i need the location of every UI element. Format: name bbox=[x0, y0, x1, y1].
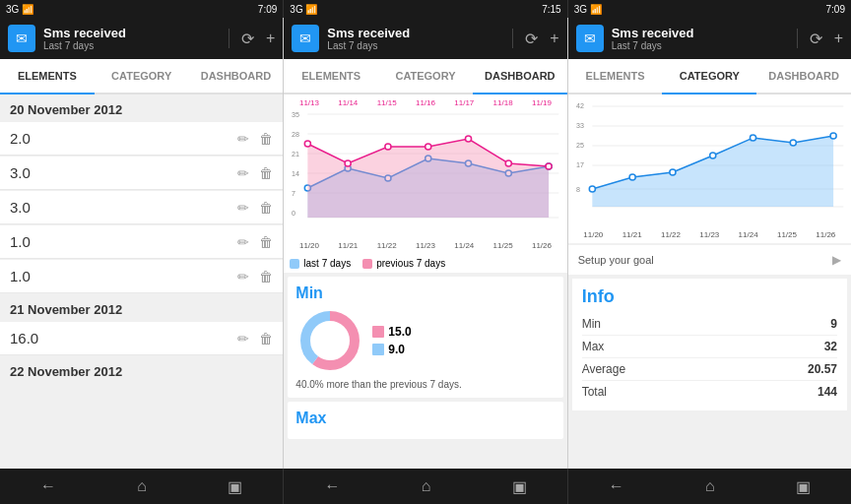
chart-date-top: 11/14 bbox=[338, 98, 358, 107]
svg-point-21 bbox=[305, 141, 311, 147]
edit-btn[interactable]: ✏ bbox=[237, 331, 249, 346]
add-btn-3[interactable]: + bbox=[834, 30, 843, 47]
max-card: Max bbox=[288, 402, 562, 439]
panel3-tabs: Elements Category Dashboard bbox=[568, 59, 851, 94]
tab-elements-3[interactable]: Elements bbox=[568, 59, 663, 94]
status-bar-1: 3G 📶 7:09 bbox=[0, 0, 284, 18]
list-item: 1.0 ✏ 🗑 bbox=[0, 260, 283, 293]
chart-date-top: 11/15 bbox=[377, 98, 397, 107]
chart-date-top: 11/17 bbox=[454, 98, 474, 107]
info-val-max: 32 bbox=[824, 340, 837, 353]
edit-btn[interactable]: ✏ bbox=[237, 200, 249, 216]
time-2: 7:15 bbox=[542, 4, 560, 15]
p3-date: 11/22 bbox=[661, 230, 681, 239]
refresh-btn-1[interactable]: ⟳ bbox=[241, 30, 254, 48]
panel-dashboard: ✉ Sms received Last 7 days ⟳ + Elements … bbox=[284, 18, 567, 469]
bottom-nav-2: ← ⌂ ▣ bbox=[284, 469, 567, 504]
tab-category-3[interactable]: Category bbox=[662, 59, 756, 94]
refresh-btn-3[interactable]: ⟳ bbox=[810, 30, 822, 48]
list-actions: ✏ 🗑 bbox=[237, 269, 273, 284]
back-btn-3[interactable]: ← bbox=[609, 477, 624, 495]
date-header-2: 21 November 2012 bbox=[0, 294, 283, 321]
info-card: Info Min 9 Max 32 Average 20.57 Total 14… bbox=[572, 279, 847, 410]
edit-btn[interactable]: ✏ bbox=[237, 131, 249, 147]
list-value: 16.0 bbox=[10, 330, 237, 346]
panel1-title: Sms received bbox=[43, 26, 221, 40]
donut-val-pink: 15.0 bbox=[372, 325, 411, 339]
chart-date-bottom: 11/25 bbox=[493, 241, 513, 250]
list-value: 3.0 bbox=[10, 199, 237, 216]
delete-btn[interactable]: 🗑 bbox=[259, 200, 273, 216]
bottom-nav-1: ← ⌂ ▣ bbox=[0, 469, 284, 504]
edit-btn[interactable]: ✏ bbox=[237, 269, 249, 284]
svg-text:8: 8 bbox=[576, 186, 580, 193]
svg-point-24 bbox=[426, 144, 431, 150]
refresh-btn-2[interactable]: ⟳ bbox=[525, 30, 538, 48]
category-chart: 42 33 25 17 8 bbox=[568, 94, 851, 243]
tab-dashboard-2[interactable]: Dashboard bbox=[473, 59, 567, 94]
chart-svg: 35 28 21 14 7 0 bbox=[290, 109, 560, 237]
home-btn-2[interactable]: ⌂ bbox=[422, 477, 431, 495]
list-value: 3.0 bbox=[10, 164, 237, 181]
delete-btn[interactable]: 🗑 bbox=[259, 165, 273, 181]
svg-point-22 bbox=[345, 160, 351, 166]
svg-text:28: 28 bbox=[292, 131, 299, 138]
divider-1 bbox=[229, 29, 229, 48]
chart-date-bottom: 11/20 bbox=[299, 241, 319, 250]
back-btn-2[interactable]: ← bbox=[324, 477, 340, 495]
recent-btn-1[interactable]: ▣ bbox=[228, 477, 242, 496]
panel3-actions: ⟳ + bbox=[797, 29, 843, 48]
panel1-tabs: Elements Category Dashboard bbox=[0, 59, 283, 94]
dashboard-chart: 11/13 11/14 11/15 11/16 11/17 11/18 11/1… bbox=[284, 94, 566, 254]
goal-bar[interactable]: Setup your goal ▶ bbox=[568, 245, 851, 275]
svg-point-25 bbox=[466, 136, 472, 142]
legend-blue: last 7 days bbox=[290, 258, 351, 269]
chart-date-top: 11/13 bbox=[299, 98, 319, 107]
add-btn-2[interactable]: + bbox=[550, 30, 558, 47]
panel3-topbar: ✉ Sms received Last 7 days ⟳ + bbox=[568, 18, 851, 59]
tab-dashboard-1[interactable]: Dashboard bbox=[189, 59, 284, 94]
legend-dot-pink bbox=[362, 259, 372, 269]
date-header-1: 20 November 2012 bbox=[0, 94, 283, 121]
chart-date-bottom: 11/23 bbox=[416, 241, 435, 250]
panel2-actions: ⟳ + bbox=[512, 29, 558, 48]
recent-btn-3[interactable]: ▣ bbox=[796, 477, 811, 496]
tab-elements-1[interactable]: Elements bbox=[0, 59, 95, 94]
min-val1: 15.0 bbox=[388, 325, 411, 339]
tab-category-2[interactable]: Category bbox=[378, 59, 473, 94]
chart-legend: last 7 days previous 7 days bbox=[284, 254, 566, 273]
info-row-max: Max 32 bbox=[582, 336, 837, 358]
legend-pink: previous 7 days bbox=[362, 258, 445, 269]
min-card: Min 15.0 bbox=[288, 277, 562, 398]
panel2-title: Sms received bbox=[327, 26, 504, 40]
network-3: 3G 📶 bbox=[574, 4, 602, 15]
panel2-subtitle: Last 7 days bbox=[327, 40, 504, 51]
svg-text:21: 21 bbox=[292, 151, 299, 158]
delete-btn[interactable]: 🗑 bbox=[259, 269, 273, 284]
edit-btn[interactable]: ✏ bbox=[237, 165, 249, 181]
legend-dot-blue bbox=[290, 259, 299, 269]
svg-text:7: 7 bbox=[292, 190, 295, 197]
home-btn-3[interactable]: ⌂ bbox=[705, 477, 715, 495]
svg-point-44 bbox=[670, 169, 676, 175]
chart-date-bottom: 11/22 bbox=[377, 241, 397, 250]
recent-btn-2[interactable]: ▣ bbox=[512, 477, 527, 496]
tab-category-1[interactable]: Category bbox=[95, 59, 189, 94]
tab-elements-2[interactable]: Elements bbox=[284, 59, 378, 94]
delete-btn[interactable]: 🗑 bbox=[259, 131, 273, 147]
back-btn-1[interactable]: ← bbox=[40, 477, 56, 495]
info-row-average: Average 20.57 bbox=[582, 358, 837, 381]
panels-container: ✉ Sms received Last 7 days ⟳ + Elements … bbox=[0, 18, 851, 469]
panel3-title: Sms received bbox=[612, 26, 789, 40]
delete-btn[interactable]: 🗑 bbox=[259, 234, 273, 250]
p3-date: 11/23 bbox=[699, 230, 719, 239]
list-item: 2.0 ✏ 🗑 bbox=[0, 122, 283, 156]
home-btn-1[interactable]: ⌂ bbox=[137, 477, 147, 495]
delete-btn[interactable]: 🗑 bbox=[259, 331, 273, 346]
svg-text:0: 0 bbox=[292, 210, 295, 217]
divider-2 bbox=[512, 29, 513, 48]
tab-dashboard-3[interactable]: Dashboard bbox=[756, 59, 851, 94]
list-item: 16.0 ✏ 🗑 bbox=[0, 322, 283, 355]
edit-btn[interactable]: ✏ bbox=[237, 234, 249, 250]
add-btn-1[interactable]: + bbox=[266, 30, 275, 47]
